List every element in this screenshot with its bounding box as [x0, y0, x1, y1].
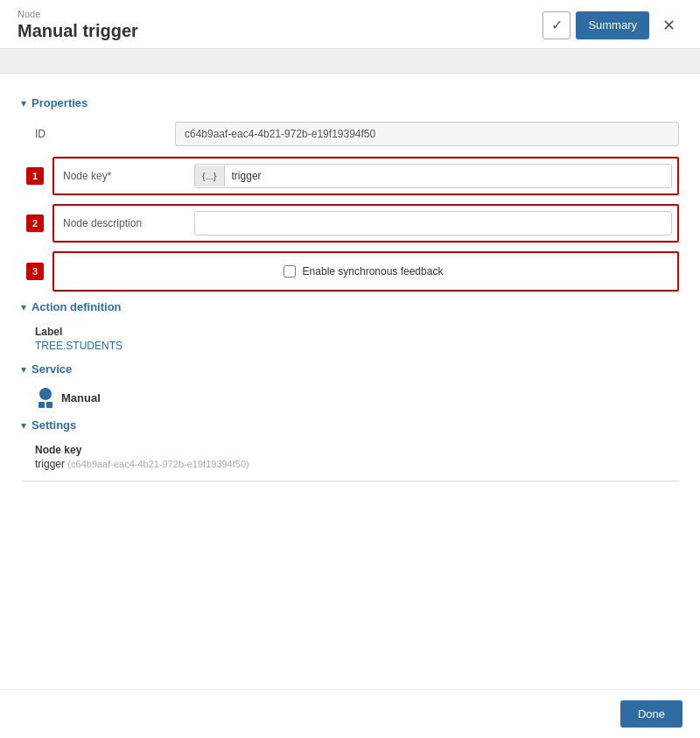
settings-section-header[interactable]: ▾ Settings	[21, 418, 679, 432]
header-left: Node Manual trigger	[18, 9, 138, 41]
manual-service-icon	[38, 388, 52, 408]
row-number-3: 3	[26, 263, 44, 280]
properties-section-title: Properties	[32, 96, 88, 109]
node-key-expr-button[interactable]: {...}	[195, 165, 225, 186]
id-label: ID	[35, 128, 175, 140]
page-footer: Done	[0, 689, 700, 738]
settings-nodekey-value-row: trigger (c64b9aaf-eac4-4b21-972b-e19f193…	[21, 458, 679, 470]
footer-divider	[21, 481, 679, 481]
summary-button[interactable]: Summary	[576, 11, 649, 39]
node-description-input[interactable]	[194, 211, 672, 235]
service-name: Manual	[61, 391, 101, 404]
person-body-icon	[38, 402, 52, 408]
sync-feedback-row-border: Enable synchronous feedback	[52, 251, 679, 292]
node-label: Node	[18, 9, 138, 19]
id-value-wrap	[175, 122, 679, 146]
person-box-left	[38, 402, 45, 408]
header-right: ✓ Summary ✕	[542, 11, 682, 39]
settings-section-title: Settings	[32, 418, 76, 432]
node-key-input-wrap: {...}	[194, 164, 672, 188]
person-head-icon	[39, 388, 52, 400]
node-desc-row: Node description	[54, 211, 672, 235]
action-definition-section: ▾ Action definition Label TREE.STUDENTS	[21, 300, 679, 352]
action-definition-chevron-icon: ▾	[21, 301, 26, 313]
service-section-header[interactable]: ▾ Service	[21, 362, 679, 376]
service-section-title: Service	[32, 362, 72, 376]
content-area: ▾ Properties ID 1 Node key* {...} 2 Node…	[0, 74, 700, 552]
close-icon: ✕	[662, 16, 676, 35]
person-box-right	[46, 402, 52, 408]
settings-chevron-icon: ▾	[21, 419, 26, 432]
sync-feedback-highlighted-row: 3 Enable synchronous feedback	[52, 251, 679, 292]
id-input[interactable]	[175, 122, 679, 146]
node-description-label: Node description	[54, 217, 194, 229]
action-label-title: Label	[21, 326, 679, 338]
sync-feedback-text: Enable synchronous feedback	[303, 265, 444, 278]
settings-nodekey-label: Node key	[21, 444, 679, 456]
properties-section-header[interactable]: ▾ Properties	[21, 96, 679, 109]
id-row: ID	[21, 122, 679, 146]
node-key-row-border: Node key* {...}	[52, 157, 679, 195]
close-button[interactable]: ✕	[654, 11, 682, 39]
page-title: Manual trigger	[18, 21, 138, 41]
sync-feedback-label[interactable]: Enable synchronous feedback	[284, 265, 444, 278]
service-chevron-icon: ▾	[21, 363, 26, 376]
node-desc-highlighted-row: 2 Node description	[52, 204, 679, 242]
action-definition-section-header[interactable]: ▾ Action definition	[21, 300, 679, 313]
node-desc-row-border: Node description	[52, 204, 679, 242]
done-button[interactable]: Done	[620, 700, 682, 727]
action-label-value: TREE.STUDENTS	[21, 340, 679, 352]
row-number-2: 2	[26, 214, 44, 232]
node-key-row: Node key* {...}	[54, 164, 672, 188]
sync-feedback-checkbox[interactable]	[284, 265, 296, 278]
node-key-highlighted-row: 1 Node key* {...}	[52, 157, 679, 195]
sync-feedback-row: Enable synchronous feedback	[54, 258, 672, 285]
gray-bar	[0, 49, 700, 74]
page-header: Node Manual trigger ✓ Summary ✕	[0, 0, 700, 49]
check-icon: ✓	[551, 17, 563, 33]
settings-nodekey-value: trigger	[35, 458, 65, 470]
settings-nodekey-uuid: (c64b9aaf-eac4-4b21-972b-e19f19394f50)	[67, 459, 248, 469]
check-button[interactable]: ✓	[542, 11, 570, 39]
settings-section: ▾ Settings Node key trigger (c64b9aaf-ea…	[21, 418, 679, 470]
node-key-label: Node key*	[54, 170, 194, 182]
row-number-1: 1	[26, 167, 44, 185]
properties-chevron-icon: ▾	[21, 97, 26, 109]
action-definition-section-title: Action definition	[32, 300, 122, 313]
service-icon-row: Manual	[21, 388, 679, 408]
node-key-input[interactable]	[225, 165, 671, 187]
